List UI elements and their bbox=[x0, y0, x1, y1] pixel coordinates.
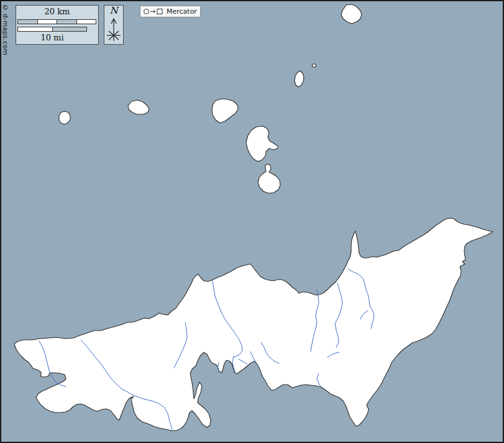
scale-segment bbox=[76, 20, 96, 24]
scale-mi-bar bbox=[17, 27, 87, 32]
projection-icon bbox=[143, 7, 164, 16]
island-center-lower bbox=[258, 164, 280, 193]
map-image bbox=[0, 0, 504, 443]
scale-segment bbox=[37, 20, 57, 24]
island-center-middle bbox=[246, 126, 278, 162]
scale-km-bar bbox=[17, 19, 96, 24]
compass: N bbox=[104, 5, 124, 45]
scale-bar: 20 km 10 mi bbox=[16, 5, 99, 45]
islet-dot bbox=[312, 64, 316, 67]
scale-segment bbox=[18, 27, 52, 31]
projection-name: Mercator bbox=[167, 7, 197, 16]
copyright: © d-maps.com bbox=[2, 4, 9, 55]
scale-mi-label: 10 mi bbox=[16, 33, 88, 42]
compass-north-label: N bbox=[104, 6, 123, 16]
islet-round-west bbox=[59, 111, 70, 124]
island-center-upper bbox=[212, 99, 238, 123]
scale-segment bbox=[18, 20, 37, 24]
scale-segment bbox=[57, 20, 76, 24]
scale-segment bbox=[52, 27, 87, 31]
compass-rose-icon bbox=[105, 16, 122, 42]
main-island bbox=[14, 218, 493, 431]
island-west bbox=[128, 100, 149, 114]
projection-label-box: Mercator bbox=[140, 6, 201, 17]
island-north bbox=[341, 4, 362, 24]
map-canvas: 20 km 10 mi N bbox=[0, 0, 504, 443]
islet-oval bbox=[295, 71, 304, 87]
scale-km-label: 20 km bbox=[16, 7, 98, 16]
